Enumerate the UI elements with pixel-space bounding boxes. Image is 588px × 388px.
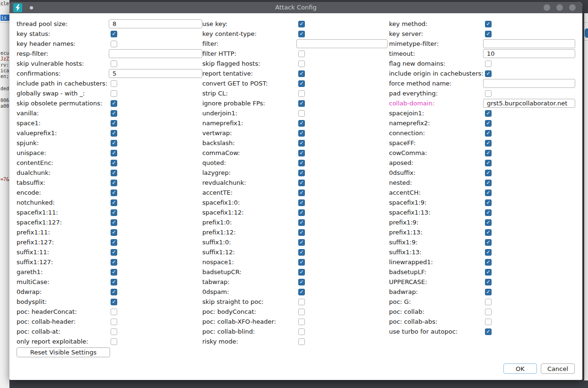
setting-checkbox[interactable] bbox=[485, 31, 492, 37]
setting-input[interactable] bbox=[296, 39, 388, 48]
setting-checkbox[interactable] bbox=[298, 90, 305, 97]
setting-checkbox[interactable] bbox=[298, 21, 305, 27]
setting-checkbox[interactable] bbox=[298, 160, 305, 166]
setting-checkbox[interactable] bbox=[111, 279, 117, 285]
setting-checkbox[interactable] bbox=[111, 299, 117, 305]
setting-checkbox[interactable] bbox=[298, 319, 305, 325]
window-close-button[interactable] bbox=[569, 4, 576, 11]
setting-checkbox[interactable] bbox=[485, 319, 492, 325]
setting-checkbox[interactable] bbox=[111, 219, 117, 226]
setting-checkbox[interactable] bbox=[485, 259, 492, 266]
setting-input[interactable] bbox=[483, 99, 575, 108]
setting-checkbox[interactable] bbox=[298, 150, 305, 156]
setting-checkbox[interactable] bbox=[298, 289, 305, 295]
setting-input[interactable] bbox=[483, 79, 575, 88]
setting-checkbox[interactable] bbox=[111, 289, 117, 295]
setting-checkbox[interactable] bbox=[298, 51, 305, 57]
setting-checkbox[interactable] bbox=[298, 199, 305, 206]
setting-checkbox[interactable] bbox=[485, 130, 492, 137]
setting-checkbox[interactable] bbox=[485, 21, 492, 27]
setting-checkbox[interactable] bbox=[485, 279, 492, 285]
setting-checkbox[interactable] bbox=[485, 309, 492, 315]
setting-checkbox[interactable] bbox=[298, 299, 305, 305]
setting-checkbox[interactable] bbox=[111, 170, 117, 176]
setting-checkbox[interactable] bbox=[298, 110, 305, 117]
setting-checkbox[interactable] bbox=[298, 60, 305, 67]
setting-checkbox[interactable] bbox=[111, 338, 117, 345]
setting-checkbox[interactable] bbox=[111, 309, 117, 315]
setting-checkbox[interactable] bbox=[111, 41, 117, 47]
setting-checkbox[interactable] bbox=[111, 259, 117, 266]
titlebar[interactable]: Attack Config bbox=[9, 2, 582, 13]
setting-checkbox[interactable] bbox=[485, 249, 492, 256]
setting-checkbox[interactable] bbox=[485, 269, 492, 276]
setting-checkbox[interactable] bbox=[485, 160, 492, 166]
setting-checkbox[interactable] bbox=[298, 190, 305, 196]
setting-checkbox[interactable] bbox=[298, 209, 305, 216]
setting-input[interactable] bbox=[483, 49, 575, 58]
setting-checkbox[interactable] bbox=[111, 269, 117, 276]
setting-checkbox[interactable] bbox=[298, 70, 305, 77]
setting-checkbox[interactable] bbox=[485, 328, 492, 335]
setting-checkbox[interactable] bbox=[298, 328, 305, 335]
setting-checkbox[interactable] bbox=[298, 269, 305, 276]
setting-checkbox[interactable] bbox=[298, 100, 305, 107]
setting-checkbox[interactable] bbox=[111, 199, 117, 206]
window-maximize-button[interactable] bbox=[556, 4, 563, 11]
setting-checkbox[interactable] bbox=[111, 31, 117, 37]
setting-checkbox[interactable] bbox=[298, 170, 305, 176]
setting-checkbox[interactable] bbox=[111, 60, 117, 67]
setting-checkbox[interactable] bbox=[298, 120, 305, 127]
setting-checkbox[interactable] bbox=[298, 180, 305, 186]
setting-checkbox[interactable] bbox=[298, 338, 305, 345]
setting-checkbox[interactable] bbox=[485, 70, 492, 77]
setting-checkbox[interactable] bbox=[111, 209, 117, 216]
setting-checkbox[interactable] bbox=[111, 249, 117, 256]
setting-checkbox[interactable] bbox=[485, 229, 492, 236]
setting-input[interactable] bbox=[109, 19, 202, 28]
setting-checkbox[interactable] bbox=[485, 110, 492, 117]
setting-checkbox[interactable] bbox=[111, 90, 117, 97]
setting-checkbox[interactable] bbox=[485, 209, 492, 216]
cancel-button[interactable]: Cancel bbox=[541, 363, 575, 374]
setting-checkbox[interactable] bbox=[111, 150, 117, 156]
setting-checkbox[interactable] bbox=[298, 31, 305, 37]
setting-checkbox[interactable] bbox=[111, 229, 117, 236]
setting-checkbox[interactable] bbox=[298, 219, 305, 226]
setting-checkbox[interactable] bbox=[111, 100, 117, 107]
setting-input[interactable] bbox=[483, 39, 575, 48]
setting-checkbox[interactable] bbox=[111, 190, 117, 196]
setting-checkbox[interactable] bbox=[485, 190, 492, 196]
setting-checkbox[interactable] bbox=[298, 259, 305, 266]
setting-input[interactable] bbox=[109, 49, 202, 58]
setting-checkbox[interactable] bbox=[298, 130, 305, 137]
setting-checkbox[interactable] bbox=[485, 60, 492, 67]
ok-button[interactable]: OK bbox=[503, 363, 537, 374]
setting-checkbox[interactable] bbox=[485, 140, 492, 147]
window-minimize-button[interactable] bbox=[544, 4, 550, 11]
setting-checkbox[interactable] bbox=[485, 170, 492, 176]
setting-checkbox[interactable] bbox=[111, 110, 117, 117]
setting-checkbox[interactable] bbox=[111, 80, 117, 87]
setting-checkbox[interactable] bbox=[111, 140, 117, 147]
setting-checkbox[interactable] bbox=[485, 199, 492, 206]
setting-checkbox[interactable] bbox=[485, 219, 492, 226]
setting-checkbox[interactable] bbox=[298, 279, 305, 285]
setting-checkbox[interactable] bbox=[111, 180, 117, 186]
setting-checkbox[interactable] bbox=[298, 229, 305, 236]
setting-checkbox[interactable] bbox=[485, 120, 492, 127]
setting-checkbox[interactable] bbox=[298, 249, 305, 256]
setting-checkbox[interactable] bbox=[485, 299, 492, 305]
setting-checkbox[interactable] bbox=[111, 130, 117, 137]
setting-checkbox[interactable] bbox=[485, 150, 492, 156]
reset-visible-settings-button[interactable]: Reset Visible Settings bbox=[17, 347, 110, 357]
setting-checkbox[interactable] bbox=[298, 309, 305, 315]
setting-checkbox[interactable] bbox=[111, 120, 117, 127]
setting-checkbox[interactable] bbox=[111, 328, 117, 335]
setting-checkbox[interactable] bbox=[485, 180, 492, 186]
setting-checkbox[interactable] bbox=[111, 319, 117, 325]
setting-checkbox[interactable] bbox=[111, 160, 117, 166]
setting-checkbox[interactable] bbox=[298, 80, 305, 87]
setting-checkbox[interactable] bbox=[298, 140, 305, 147]
setting-input[interactable] bbox=[109, 69, 202, 78]
